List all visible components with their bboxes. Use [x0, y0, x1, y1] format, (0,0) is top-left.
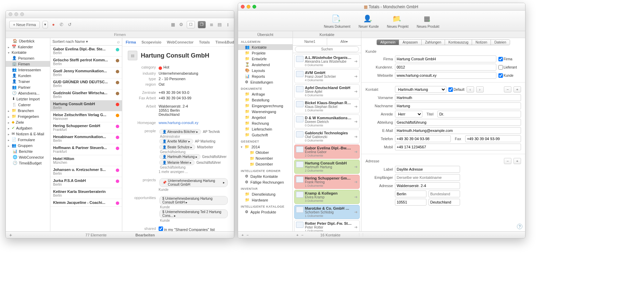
- minimize-icon[interactable]: [14, 12, 18, 16]
- disclosure-icon[interactable]: [8, 114, 10, 119]
- chevron-right-icon[interactable]: ➜: [354, 164, 358, 169]
- totals-titlebar[interactable]: ▦ Totals - Mondschein GmbH: [238, 3, 525, 11]
- remove-button[interactable]: −: [246, 233, 248, 237]
- sidebar-item[interactable]: 📁Eingangsrechnung: [238, 103, 293, 109]
- chevron-right-icon[interactable]: ➜: [354, 134, 358, 139]
- filter-name[interactable]: Name1: [293, 38, 327, 45]
- kunde-checkbox[interactable]: [498, 73, 503, 78]
- contact-card[interactable]: Rotter Peter Dipl.-Fw. Steu...Peter Rott…: [294, 220, 360, 231]
- month-item[interactable]: 📁 November: [238, 156, 293, 161]
- totals-sidebar[interactable]: ALLGEMEIN👥Kontakte📁Projekte📁Entwürfe⏳Ans…: [238, 38, 293, 231]
- addr-label-input[interactable]: [395, 166, 460, 173]
- toolbar-item[interactable]: 📁+Neues Projekt: [387, 13, 409, 28]
- disclosure-icon[interactable]: ▾: [241, 145, 243, 149]
- chevron-right-icon[interactable]: ➜: [354, 59, 358, 64]
- disclosure-icon[interactable]: [8, 132, 10, 136]
- zoom-icon[interactable]: [252, 5, 256, 9]
- sidebar-item[interactable]: 📊Reports: [238, 73, 293, 79]
- opp-pill[interactable]: $ Unternehmesberatung Hartung Consult Gm…: [159, 196, 228, 205]
- sidebar-item[interactable]: 📁Anfrage: [238, 91, 293, 97]
- titel-input[interactable]: [437, 111, 521, 118]
- sidebar-item[interactable]: 📁Angebot: [238, 114, 293, 120]
- sidebar-item[interactable]: 🎨Layouts: [238, 67, 293, 73]
- daylite-titlebar[interactable]: [6, 11, 234, 18]
- add-contact-button[interactable]: +: [513, 86, 521, 93]
- sidebar-item[interactable]: 👤Trainer: [6, 78, 50, 84]
- bell-icon[interactable]: ●: [51, 22, 56, 27]
- zoom-icon[interactable]: [20, 12, 24, 16]
- fax-input[interactable]: [465, 135, 521, 142]
- prev-contact-button[interactable]: ‹: [467, 86, 474, 93]
- add-address-button[interactable]: +: [513, 158, 521, 164]
- contact-card[interactable]: Hartung Consult GmbHHartmuth Hartung2 Do…: [294, 160, 360, 174]
- nachname-input[interactable]: [395, 102, 521, 109]
- contact-card[interactable]: D & W Kommunikationsag...Doreen Dietrich…: [294, 114, 360, 128]
- chevron-right-icon[interactable]: ➜: [354, 104, 358, 109]
- month-item[interactable]: 📁 Dezember: [238, 161, 293, 167]
- firm-row[interactable]: Hotel HiltonMünchen: [50, 155, 122, 166]
- contact-card[interactable]: Gablonzki TechnologiesOlaf Gablonzki0 Do…: [294, 130, 360, 144]
- detail-tabs[interactable]: FirmaScopevisioWebConnectorTotalsTime&Bu…: [122, 38, 234, 47]
- traffic-lights[interactable]: [9, 12, 24, 16]
- chevron-right-icon[interactable]: ➜: [354, 74, 358, 79]
- new-firm-button[interactable]: + Neue Firma: [9, 21, 40, 28]
- homepage-link[interactable]: www.hartung-consult.xy: [159, 121, 198, 125]
- person-pill[interactable]: 👤 Hartmuth Hartung ▸: [159, 154, 200, 159]
- remove-address-button[interactable]: −: [504, 158, 511, 164]
- segment-tab[interactable]: Dateien: [491, 40, 509, 45]
- detail-tab[interactable]: Scopevisio: [141, 40, 161, 44]
- sidebar-item[interactable]: 🌐WebConnector: [6, 154, 50, 160]
- resize-handle-icon[interactable]: ⋮⋮: [357, 233, 365, 237]
- year-item[interactable]: ▾ 📁 2014: [238, 144, 293, 150]
- sidebar-item[interactable]: 🕒Abendvera...: [6, 90, 50, 96]
- sidebar-item[interactable]: 📅Kalender: [6, 44, 50, 50]
- addr-state-input[interactable]: [429, 190, 460, 197]
- view-1-button[interactable]: ☐: [187, 21, 195, 28]
- add-button[interactable]: +: [242, 233, 244, 237]
- sidebar-item[interactable]: 👥Interessenten: [6, 67, 50, 73]
- firma-input[interactable]: [395, 56, 496, 62]
- firm-row[interactable]: Johansen u. Kretzschmer S...Berlin: [50, 166, 122, 177]
- detail-tab[interactable]: WebConnector: [167, 40, 194, 44]
- list-icon[interactable]: ≣: [209, 22, 214, 27]
- sidebar-item[interactable]: 👤Kunden: [6, 73, 50, 78]
- chevron-right-icon[interactable]: ➜: [354, 149, 358, 154]
- contact-card[interactable]: Bickel Klaus-Stephan Rec...Klaus-Stephan…: [294, 99, 360, 113]
- disclosure-icon[interactable]: [8, 138, 10, 142]
- filter-all[interactable]: Alle: [340, 40, 346, 44]
- sidebar-item[interactable]: 👤Personen: [6, 55, 50, 61]
- contacts-filter[interactable]: Name1 Alle ▾: [293, 38, 361, 46]
- firm-row[interactable]: Klemm Jacqueline - Coachi...: [50, 199, 122, 207]
- sidebar-item[interactable]: ⚙Daylite Kontakte: [238, 173, 293, 179]
- add-button[interactable]: +: [9, 232, 15, 238]
- vorname-input[interactable]: [395, 94, 521, 101]
- person-pill[interactable]: 👤 Alexandra Bötcher ▸: [159, 129, 201, 134]
- view-2-button[interactable]: ❐: [198, 21, 206, 28]
- toolbar-item[interactable]: ▦+Neues Produkt: [417, 13, 439, 28]
- sidebar-item[interactable]: 📁Projekte: [238, 50, 293, 56]
- chart-icon[interactable]: ⫿: [225, 22, 231, 27]
- gear-icon[interactable]: ⚙: [178, 22, 184, 27]
- addr-country-input[interactable]: [429, 199, 460, 206]
- firm-row[interactable]: Kettner Karla SteuerberaterinBerlin: [50, 188, 122, 199]
- sidebar-item[interactable]: ⚙Einstellungen: [238, 79, 293, 85]
- firm-row[interactable]: Hering Schuppener GmbHFrankfurt: [50, 122, 122, 133]
- segment-tab[interactable]: Notizen: [472, 40, 491, 45]
- chevron-right-icon[interactable]: ➜: [354, 89, 358, 94]
- contact-card[interactable]: AVM GmbHFranz-Josef Schröer4 Dokumente➜: [294, 69, 360, 83]
- handset-icon[interactable]: ↺: [67, 22, 73, 27]
- addr-city-input[interactable]: [395, 190, 426, 197]
- firm-row[interactable]: Hartung Consult GmbHBerlin: [50, 100, 122, 111]
- help-icon[interactable]: ?: [517, 224, 522, 229]
- sidebar-item[interactable]: 🏠Überblick: [6, 38, 50, 44]
- sidebar-item[interactable]: 📁Branchen: [6, 108, 50, 113]
- mobil-input[interactable]: [395, 144, 521, 150]
- edit-label[interactable]: Bearbeiten: [132, 233, 231, 237]
- firm-row[interactable]: GUD GRÜNER UND DEUTSC...Berlin: [50, 78, 122, 89]
- firm-row[interactable]: Heise Zeitschriften Verlag G...Hannover: [50, 111, 122, 122]
- sidebar-item[interactable]: 🏢Firmen: [6, 61, 50, 67]
- sidebar-item[interactable]: ✔Aufgaben: [6, 125, 50, 131]
- sidebar-item[interactable]: ⏳Anstehend: [238, 62, 293, 67]
- person-pill[interactable]: 👤 Beate Schulze ▸: [159, 145, 195, 150]
- remove-contact-button[interactable]: −: [504, 86, 511, 93]
